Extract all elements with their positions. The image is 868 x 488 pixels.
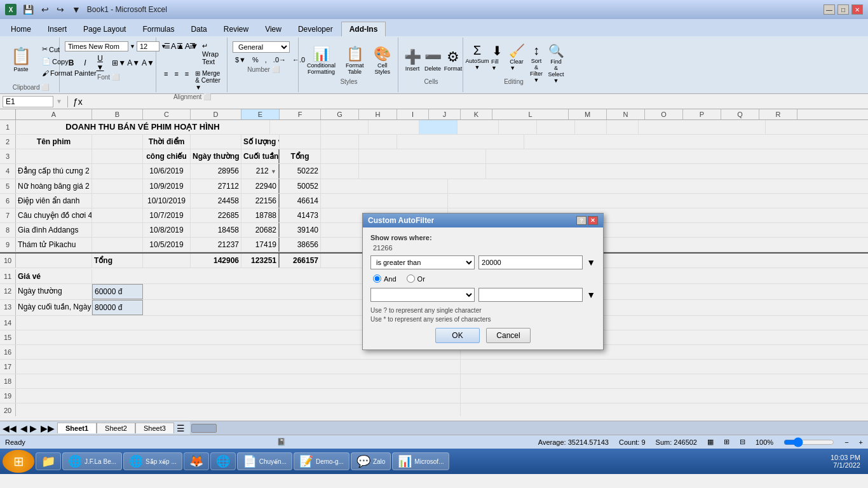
cell-a1[interactable]: DOANH THU BÁN VÉ PHIM HOẠT HÌNH (16, 120, 270, 134)
cell-styles-btn[interactable]: 🎨 Cell Styles (371, 44, 394, 77)
value2-input[interactable] (478, 288, 583, 302)
taskbar-item-excel[interactable]: 📊 Microsof... (392, 452, 449, 470)
minimize-button[interactable]: — (824, 4, 835, 15)
cell-e1[interactable] (419, 120, 458, 134)
cell-c2[interactable]: Thời điểm (143, 135, 191, 149)
currency-btn[interactable]: $▼ (233, 55, 248, 65)
cell-h4[interactable] (359, 164, 486, 179)
align-top-center[interactable]: ☰ (174, 41, 186, 67)
cell-b6[interactable] (92, 194, 143, 208)
font-name-input[interactable]: Times New Rom (65, 41, 128, 51)
cell-b2[interactable] (92, 135, 143, 149)
cell-f6[interactable]: 46614 (280, 194, 321, 208)
align-right[interactable]: ≡ (182, 69, 191, 92)
cell-e9[interactable]: 17419 (241, 238, 280, 252)
italic-button[interactable]: I (79, 58, 92, 68)
cell-e3[interactable]: Cuối tuần (241, 149, 280, 163)
cell-c4[interactable]: 10/6/2019 (143, 164, 191, 179)
radio-and[interactable] (373, 274, 381, 283)
number-format-select[interactable]: General Number Currency Percentage (233, 41, 290, 53)
delete-btn[interactable]: ➖ Delete (424, 47, 442, 74)
cell-b4[interactable] (92, 164, 143, 179)
cell-f10[interactable]: 266157 (280, 254, 321, 268)
taskbar-item-chrome1[interactable]: 🌐 J.F.La Be... (62, 452, 122, 470)
expand-icon[interactable]: ▼ (56, 98, 62, 105)
col-header-f[interactable]: F (280, 109, 321, 119)
ok-button[interactable]: OK (435, 328, 480, 343)
taskbar-item-pdf[interactable]: 📄 Chuyến... (237, 452, 292, 470)
cell-d9[interactable]: 21237 (191, 238, 241, 252)
taskbar-item-explorer[interactable]: 📁 (36, 452, 61, 470)
cell-c3[interactable]: công chiếu (143, 149, 191, 163)
cell-i2[interactable] (397, 135, 524, 149)
col-header-l[interactable]: L (492, 109, 569, 119)
font-dropdown[interactable]: ▼ (130, 43, 135, 50)
col-header-b[interactable]: B (92, 109, 143, 119)
radio-and-label[interactable]: And (373, 274, 397, 283)
taskbar-item-word[interactable]: 📝 Demo-g... (294, 452, 349, 470)
format-as-table-btn[interactable]: 📋 Format Table (341, 44, 369, 77)
tab-view[interactable]: View (257, 22, 290, 36)
col-header-c[interactable]: C (143, 109, 191, 119)
cell-f4[interactable]: 50222 (280, 164, 321, 179)
cell-a6[interactable]: Điệp viên ẩn danh (16, 194, 92, 208)
cell-a10[interactable] (16, 254, 92, 268)
border-button[interactable]: ⊞▼ (109, 58, 123, 68)
align-top-right[interactable]: ☰ (187, 41, 198, 67)
percent-btn[interactable]: % (250, 55, 261, 65)
cell-f8[interactable]: 39140 (280, 223, 321, 237)
cell-a4[interactable]: Đẳng cấp thú cưng 2 (16, 164, 92, 179)
cell-a11[interactable]: Giá vé (16, 269, 92, 283)
cell-c1[interactable] (321, 120, 369, 134)
fill-color-button[interactable]: A▼ (124, 58, 137, 68)
sheet-nav-back[interactable]: ◀ (20, 423, 27, 433)
zoom-slider[interactable] (783, 437, 834, 447)
redo-button[interactable]: ↪ (54, 3, 67, 16)
tab-home[interactable]: Home (3, 22, 39, 36)
zoom-in-btn[interactable]: + (859, 438, 863, 446)
taskbar-item-chrome2[interactable]: 🌐 Sắp xếp ... (123, 452, 182, 470)
tab-developer[interactable]: Developer (290, 22, 341, 36)
sheet-nav-right[interactable]: ▶▶ (41, 423, 55, 433)
sheet-nav-forward[interactable]: ▶ (30, 423, 37, 433)
cell-d10[interactable]: 142906 (191, 254, 241, 268)
cell-d8[interactable]: 18458 (191, 223, 241, 237)
tab-formulas[interactable]: Formulas (134, 22, 182, 36)
tab-data[interactable]: Data (182, 22, 215, 36)
cancel-button[interactable]: Cancel (486, 328, 531, 343)
cell-g2[interactable] (321, 135, 359, 149)
format-btn[interactable]: ⚙ Format (444, 47, 462, 74)
font-size-input[interactable] (137, 41, 159, 51)
cell-g5[interactable] (321, 179, 448, 193)
paste-button[interactable]: 📋 Paste (6, 41, 36, 77)
cell-h3[interactable] (359, 149, 486, 163)
cell-a9[interactable]: Thám tử Pikachu (16, 238, 92, 252)
cell-b13[interactable]: 80000 đ (92, 300, 143, 315)
condition1-select[interactable]: equals does not equal is greater than is… (370, 255, 475, 269)
cell-a3[interactable] (16, 149, 92, 163)
cell-a12[interactable]: Ngày thường (16, 284, 92, 299)
horizontal-scrollbar[interactable] (190, 421, 868, 435)
align-left[interactable]: ≡ (161, 69, 170, 92)
fill-btn[interactable]: ⬇ Fill ▼ (488, 41, 506, 73)
underline-button[interactable]: U ▼ (93, 53, 107, 72)
cell-b7[interactable] (92, 208, 143, 222)
tab-add-ins[interactable]: Add-Ins (341, 22, 386, 36)
cell-a5[interactable]: Nữ hoàng băng giá 2 (16, 179, 92, 193)
col-header-n[interactable]: N (607, 109, 645, 119)
cell-f7[interactable]: 41473 (280, 208, 321, 222)
taskbar-item-zalo[interactable]: 💬 Zalo (351, 452, 391, 470)
radio-or[interactable] (407, 274, 415, 283)
cell-h1[interactable] (537, 120, 575, 134)
cell-f3[interactable]: Tổng (280, 149, 321, 163)
dialog-close-btn[interactable]: ✕ (588, 216, 598, 225)
window-controls[interactable]: — □ ✕ (824, 4, 863, 15)
cell-j1[interactable] (607, 120, 639, 134)
view-normal-icon[interactable]: ▦ (707, 438, 714, 446)
cell-f5[interactable]: 50052 (280, 179, 321, 193)
cell-k1[interactable] (639, 120, 766, 134)
cell-g3[interactable] (321, 149, 359, 163)
increase-decimal-btn[interactable]: .0→ (271, 55, 288, 65)
align-center[interactable]: ≡ (172, 69, 180, 92)
insert-btn[interactable]: ➕ Insert (403, 47, 421, 74)
